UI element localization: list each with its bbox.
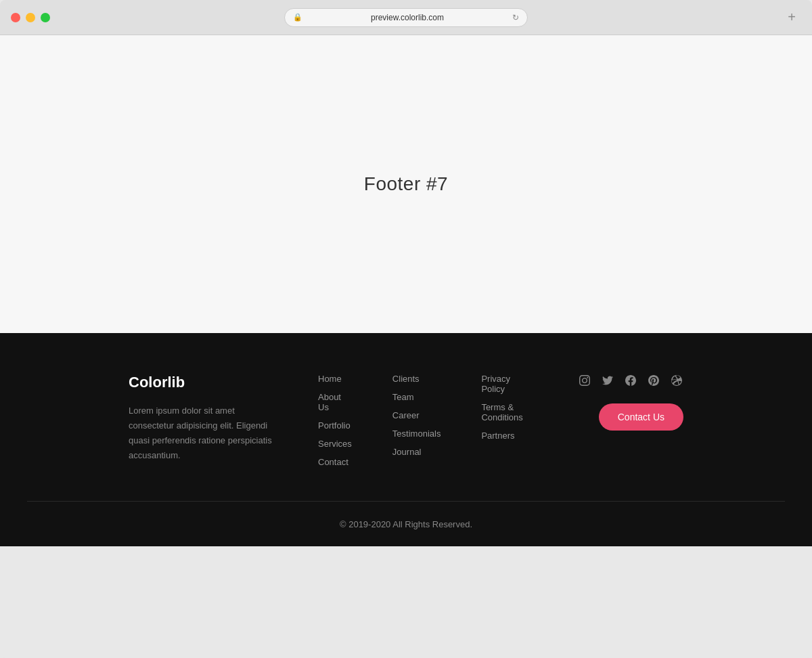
browser-titlebar: 🔒 preview.colorlib.com ↻ + bbox=[0, 0, 812, 35]
url-text: preview.colorlib.com bbox=[307, 13, 508, 22]
nav-link-about[interactable]: About Us bbox=[318, 392, 352, 412]
footer-bottom: © 2019-2020 All Rights Reserved. bbox=[102, 502, 710, 546]
nav-link-portfolio[interactable]: Portfolio bbox=[318, 420, 352, 431]
facebook-icon[interactable] bbox=[624, 374, 637, 387]
nav-link-testimonials[interactable]: Testimonials bbox=[392, 429, 441, 439]
footer-nav: Home About Us Portfolio Services Contact… bbox=[318, 374, 535, 467]
nav-link-clients[interactable]: Clients bbox=[392, 374, 441, 384]
brand-description: Lorem ipsum dolor sit amet consectetur a… bbox=[129, 403, 277, 463]
nav-link-services[interactable]: Services bbox=[318, 439, 352, 449]
nav-link-home[interactable]: Home bbox=[318, 374, 352, 384]
page-title: Footer #7 bbox=[364, 173, 448, 195]
footer-inner: Colorlib Lorem ipsum dolor sit amet cons… bbox=[102, 374, 710, 501]
twitter-icon[interactable] bbox=[601, 374, 614, 387]
pinterest-icon[interactable] bbox=[647, 374, 660, 387]
maximize-button[interactable] bbox=[41, 13, 50, 22]
nav-column-1: Home About Us Portfolio Services Contact bbox=[318, 374, 352, 467]
nav-link-privacy[interactable]: Privacy Policy bbox=[481, 374, 535, 394]
nav-link-contact[interactable]: Contact bbox=[318, 457, 352, 467]
new-tab-button[interactable]: + bbox=[782, 8, 801, 27]
instagram-icon[interactable] bbox=[578, 374, 591, 387]
reload-icon[interactable]: ↻ bbox=[512, 13, 519, 22]
footer-brand: Colorlib Lorem ipsum dolor sit amet cons… bbox=[129, 374, 277, 463]
nav-link-terms[interactable]: Terms & Conditions bbox=[481, 402, 535, 422]
main-area: Footer #7 bbox=[0, 35, 812, 333]
address-bar[interactable]: 🔒 preview.colorlib.com ↻ bbox=[284, 8, 528, 27]
footer: Colorlib Lorem ipsum dolor sit amet cons… bbox=[0, 333, 812, 546]
footer-right: Contact Us bbox=[575, 374, 683, 431]
contact-us-button[interactable]: Contact Us bbox=[599, 403, 683, 431]
close-button[interactable] bbox=[11, 13, 20, 22]
nav-link-journal[interactable]: Journal bbox=[392, 447, 441, 457]
nav-column-3: Privacy Policy Terms & Conditions Partne… bbox=[481, 374, 535, 467]
nav-column-2: Clients Team Career Testimonials Journal bbox=[392, 374, 441, 467]
nav-link-team[interactable]: Team bbox=[392, 392, 441, 402]
copyright-text: © 2019-2020 All Rights Reserved. bbox=[340, 519, 472, 529]
brand-name: Colorlib bbox=[129, 374, 277, 391]
social-icons bbox=[578, 374, 683, 387]
footer-top: Colorlib Lorem ipsum dolor sit amet cons… bbox=[129, 374, 683, 501]
nav-link-partners[interactable]: Partners bbox=[481, 431, 535, 441]
page-content: Footer #7 Colorlib Lorem ipsum dolor sit… bbox=[0, 35, 812, 546]
nav-link-career[interactable]: Career bbox=[392, 410, 441, 420]
browser-window: 🔒 preview.colorlib.com ↻ + Footer #7 Col… bbox=[0, 0, 812, 658]
minimize-button[interactable] bbox=[26, 13, 35, 22]
dribbble-icon[interactable] bbox=[670, 374, 683, 387]
traffic-lights bbox=[11, 13, 50, 22]
lock-icon: 🔒 bbox=[293, 13, 302, 22]
